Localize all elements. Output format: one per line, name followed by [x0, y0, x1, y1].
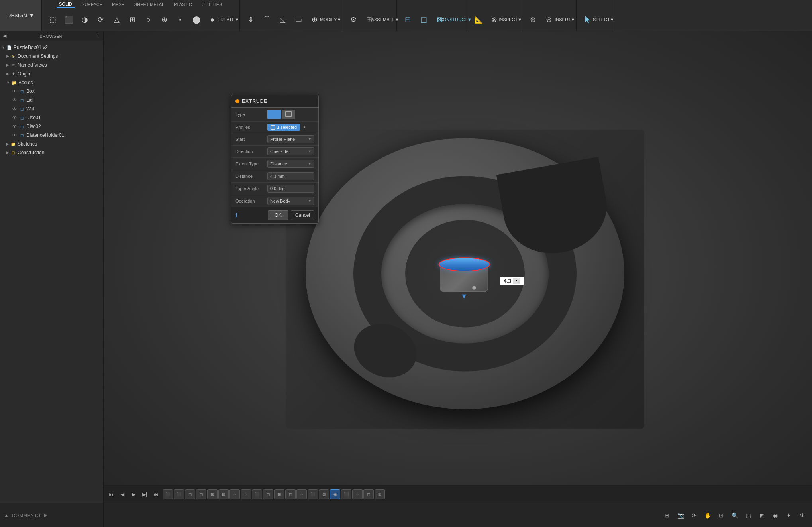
zoom-fit-icon[interactable]: ⊡ — [716, 510, 727, 521]
timeline-item-7[interactable]: ○ — [229, 489, 240, 499]
timeline-prev[interactable]: ◀ — [118, 490, 127, 499]
timeline-item-12[interactable]: ◻ — [285, 489, 296, 499]
profiles-clear-btn[interactable]: ✕ — [302, 124, 307, 130]
cancel-button[interactable]: Cancel — [291, 210, 314, 220]
tree-item-bodies[interactable]: ▼ 📁 Bodies — [0, 78, 103, 87]
timeline-item-14[interactable]: ⬛ — [308, 489, 318, 499]
timeline-item-13[interactable]: ○ — [296, 489, 307, 499]
construct-more-icon[interactable]: CONSTRUCT▼ — [449, 11, 463, 28]
effects-icon[interactable]: ✦ — [783, 510, 794, 521]
zoom-icon[interactable]: 🔍 — [729, 510, 740, 521]
tree-item-box[interactable]: 👁 ◻ Box — [0, 87, 103, 96]
start-dropdown[interactable]: Profile Plane ▼ — [267, 135, 314, 143]
type-solid-btn[interactable] — [267, 110, 281, 119]
operation-dropdown[interactable]: New Body ▼ — [267, 197, 314, 205]
tree-item-origin[interactable]: ▶ ✛ Origin — [0, 69, 103, 78]
timeline-item-2[interactable]: ⬛ — [174, 489, 184, 499]
ok-button[interactable]: OK — [268, 210, 288, 220]
tree-item-sketches[interactable]: ▶ 📁 Sketches — [0, 140, 103, 148]
select-more-icon[interactable]: SELECT▼ — [596, 11, 611, 28]
assemble-more-icon[interactable]: ASSEMBLE▼ — [378, 11, 392, 28]
grid-settings-icon[interactable]: ⊞ — [661, 510, 673, 521]
timeline-skip-end[interactable]: ⏭ — [151, 490, 160, 499]
timeline-skip-start[interactable]: ⏮ — [107, 490, 116, 499]
timeline-play[interactable]: ▶ — [129, 490, 138, 499]
inspect-more-icon[interactable]: INSPECT▼ — [503, 11, 518, 28]
chamfer-icon[interactable]: ◺ — [276, 11, 290, 28]
modify-more-icon[interactable]: MODIFY▼ — [324, 11, 338, 28]
box-3d-icon[interactable]: ▪ — [173, 11, 188, 28]
tree-item-lid[interactable]: 👁 ◻ Lid — [0, 96, 103, 104]
timeline-item-18[interactable]: ○ — [352, 489, 363, 499]
profiles-selected-btn[interactable]: 1 selected — [267, 124, 300, 131]
taper-input[interactable] — [267, 185, 314, 193]
comments-expand-icon[interactable]: ▲ — [4, 513, 9, 518]
tree-item-construction[interactable]: ▶ ⊟ Construction — [0, 148, 103, 157]
tree-item-disc01[interactable]: 👁 ◻ Disc01 — [0, 113, 103, 122]
loft-icon[interactable]: △ — [110, 11, 124, 28]
revolve-icon[interactable]: ◑ — [78, 11, 92, 28]
display-settings-icon[interactable]: ⬚ — [743, 510, 754, 521]
timeline-item-4[interactable]: ◻ — [196, 489, 206, 499]
timeline-item-10[interactable]: ◻ — [263, 489, 273, 499]
pan-icon[interactable]: ✋ — [702, 510, 713, 521]
tree-item-root[interactable]: ▼ 📄 PuzzleBox01 v2 — [0, 43, 103, 52]
3d-viewport[interactable]: ▼ 4.3 ⋮ EXTRUDE Type — [104, 31, 812, 503]
sweep-icon[interactable]: ⟳ — [94, 11, 108, 28]
tree-item-doc-settings[interactable]: ▶ ⚙ Document Settings — [0, 52, 103, 61]
press-pull-icon[interactable]: ⇕ — [244, 11, 258, 28]
orbit-icon[interactable]: ⟳ — [688, 510, 700, 521]
timeline-item-1[interactable]: ⬛ — [163, 489, 173, 499]
timeline-item-11[interactable]: ⊞ — [274, 489, 284, 499]
insert-mesh-icon[interactable]: ⊕ — [526, 11, 540, 28]
timeline-item-20[interactable]: ⊞ — [375, 489, 385, 499]
object-visibility-icon[interactable]: 👁 — [797, 510, 808, 521]
tab-sheet-metal[interactable]: SHEET METAL — [132, 1, 167, 8]
timeline-item-15[interactable]: ⊠ — [319, 489, 329, 499]
timeline-item-8[interactable]: ○ — [241, 489, 251, 499]
tree-item-wall[interactable]: 👁 ◻ Wall — [0, 104, 103, 113]
insert-svg-icon[interactable]: ⊛ — [542, 11, 556, 28]
tree-item-named-views[interactable]: ▶ 👁 Named Views — [0, 61, 103, 69]
tree-item-distanceholder01[interactable]: 👁 ◻ DistanceHolder01 — [0, 131, 103, 140]
tab-surface[interactable]: SURFACE — [79, 1, 105, 8]
thread-icon[interactable]: ⊛ — [157, 11, 172, 28]
new-component-icon[interactable]: ⬚ — [46, 11, 60, 28]
timeline-item-3[interactable]: ◻ — [185, 489, 195, 499]
camera-settings-icon[interactable]: 📷 — [675, 510, 686, 521]
create-more-icon[interactable]: CREATE▼ — [221, 11, 235, 28]
cylinder-3d-icon[interactable]: ⬤ — [189, 11, 204, 28]
hole-icon[interactable]: ○ — [141, 11, 156, 28]
measure-icon[interactable]: 📐 — [471, 11, 486, 28]
timeline-item-5[interactable]: ⊞ — [207, 489, 218, 499]
distance-popup-options[interactable]: ⋮ — [513, 278, 520, 284]
insert-more-icon[interactable]: INSERT▼ — [558, 11, 572, 28]
tab-plastic[interactable]: PLASTIC — [171, 1, 194, 8]
design-button[interactable]: DESIGN ▼ — [0, 0, 42, 31]
browser-collapse-icon[interactable]: ◀ — [3, 33, 6, 39]
offset-plane-icon[interactable]: ⊟ — [401, 11, 415, 28]
tab-utilities[interactable]: UTILITIES — [199, 1, 224, 8]
timeline-next[interactable]: ▶| — [140, 490, 149, 499]
tree-item-disc02[interactable]: 👁 ◻ Disc02 — [0, 122, 103, 131]
timeline-item-17[interactable]: ⬛ — [341, 489, 351, 499]
timeline-item-6[interactable]: ⊞ — [218, 489, 229, 499]
distance-input[interactable] — [267, 172, 314, 180]
browser-options-icon[interactable]: ⋮ — [96, 33, 100, 39]
comments-options-icon[interactable]: ⊞ — [44, 513, 48, 518]
plane-at-angle-icon[interactable]: ◫ — [417, 11, 431, 28]
joint-icon[interactable]: ⚙ — [346, 11, 361, 28]
extrude-icon[interactable]: ⬛ — [62, 11, 76, 28]
timeline-item-16-active[interactable]: ◉ — [330, 489, 340, 499]
tab-solid[interactable]: SOLID — [57, 1, 75, 8]
direction-dropdown[interactable]: One Side ▼ — [267, 147, 314, 155]
shell-icon[interactable]: ▭ — [292, 11, 306, 28]
type-surface-btn[interactable] — [282, 110, 295, 119]
info-icon[interactable]: ℹ — [235, 212, 237, 218]
fillet-icon[interactable]: ⌒ — [260, 11, 274, 28]
rib-icon[interactable]: ⊞ — [126, 11, 140, 28]
extent-type-dropdown[interactable]: Distance ▼ — [267, 160, 314, 168]
environments-icon[interactable]: ◉ — [770, 510, 781, 521]
timeline-item-19[interactable]: ◻ — [363, 489, 374, 499]
timeline-item-9[interactable]: ⬛ — [252, 489, 262, 499]
